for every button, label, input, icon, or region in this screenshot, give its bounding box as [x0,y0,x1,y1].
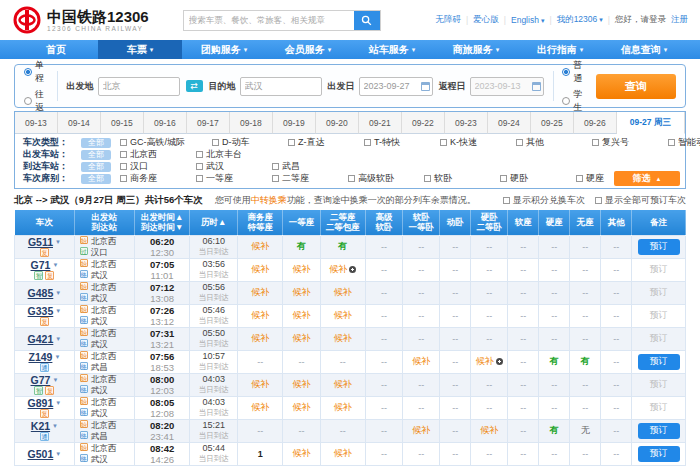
column-header-5[interactable]: 商务座特等座 [237,210,282,235]
transfer-link[interactable]: 中转换乘 [251,195,287,205]
filter-checkbox[interactable]: 其他 [516,136,592,149]
seat-cell[interactable]: 候补 [283,258,320,281]
date-tab-09-17[interactable]: 09-17 [187,112,230,134]
date-tab-09-14[interactable]: 09-14 [58,112,101,134]
date-tab-09-26[interactable]: 09-26 [574,112,617,134]
expand-row-icon[interactable]: ▼ [55,239,61,245]
filter-checkbox[interactable]: 商务座 [120,172,196,185]
column-header-13[interactable]: 硬座 [539,210,570,235]
calendar-icon[interactable] [421,82,430,91]
date-tab-09-16[interactable]: 09-16 [144,112,187,134]
column-header-9[interactable]: 软卧一等卧 [403,210,440,235]
seat-cell[interactable]: 候补 [320,442,365,465]
filter-all-pill[interactable]: 全部 [81,162,111,172]
trip-type-option-2[interactable]: 往返 [24,88,48,114]
nav-item-4[interactable]: 会员服务▾ [266,40,350,59]
register-link[interactable]: 注册 [671,14,688,26]
column-header-8[interactable]: 高级软卧 [365,210,402,235]
top-link-2[interactable]: 爱心版 [473,14,499,26]
column-header-7[interactable]: 二等座二等包座 [320,210,365,235]
seat-cell[interactable]: 候补 [320,327,365,350]
seat-cell[interactable]: 候补 [320,258,365,281]
expand-row-icon[interactable]: ▼ [52,423,58,429]
expand-row-icon[interactable]: ▼ [52,377,58,383]
query-submit-button[interactable]: 查询 [596,74,676,99]
seat-cell[interactable]: 候补 [283,396,320,419]
train-number-link[interactable]: Z149 [28,351,52,363]
site-logo[interactable]: 中国铁路12306 12306 CHINA RAILWAY [12,5,149,35]
search-button[interactable] [354,11,380,30]
seat-cell[interactable]: 候补 [320,396,365,419]
expand-row-icon[interactable]: ▼ [55,451,61,457]
seat-cell[interactable]: 候补 [283,442,320,465]
seat-cell[interactable]: 候补 [237,327,282,350]
seat-cell[interactable]: 候补 [471,350,508,373]
filter-checkbox[interactable]: 一等座 [196,172,272,185]
expand-row-icon[interactable]: ▼ [52,262,58,268]
nav-item-6[interactable]: 商旅服务▾ [434,40,518,59]
book-button[interactable]: 预订 [638,239,680,255]
expand-row-icon[interactable]: ▼ [55,290,61,296]
filter-checkbox[interactable]: 高级软卧 [348,172,424,185]
filter-checkbox[interactable]: K-快速 [440,136,516,149]
train-number-link[interactable]: G71 [31,259,51,271]
seat-cell[interactable]: 候补 [283,281,320,304]
seat-cell[interactable]: 候补 [237,281,282,304]
filter-button[interactable]: 筛选 ▲ [614,171,680,186]
date-tab-09-21[interactable]: 09-21 [359,112,402,134]
train-number-link[interactable]: G77 [31,374,51,386]
seat-cell[interactable]: 候补 [320,373,365,396]
column-header-16[interactable]: 备注 [632,210,686,235]
expand-row-icon[interactable]: ▼ [54,354,60,360]
column-header-11[interactable]: 硬卧二等卧 [471,210,508,235]
train-number-link[interactable]: K21 [31,420,50,432]
expand-row-icon[interactable]: ▼ [55,308,61,314]
passenger-type-option-2[interactable]: 学生 [562,88,586,114]
date-tab-09-22[interactable]: 09-22 [402,112,445,134]
date-tab-09-20[interactable]: 09-20 [316,112,359,134]
date-tab-09-23[interactable]: 09-23 [445,112,488,134]
swap-stations-icon[interactable]: ⇄ [186,80,203,92]
column-header-6[interactable]: 一等座 [283,210,320,235]
expand-row-icon[interactable]: ▼ [55,336,61,342]
filter-checkbox[interactable]: 硬卧 [500,172,576,185]
column-header-10[interactable]: 动卧 [440,210,471,235]
top-link-1[interactable]: 无障碍 [436,14,462,26]
column-header-1[interactable]: 车次 [15,210,75,235]
nav-item-8[interactable]: 信息查询▾ [602,40,686,59]
train-number-link[interactable]: G511 [28,236,53,248]
nav-item-2[interactable]: 车票▾ [98,40,182,59]
top-link-4[interactable]: 我的12306▾ [557,14,603,26]
date-tab-09-13[interactable]: 09-13 [15,112,58,134]
nav-item-3[interactable]: 团购服务▾ [182,40,266,59]
seat-cell[interactable]: 候补 [237,304,282,327]
column-header-4[interactable]: 历时▲ [190,210,237,235]
seat-cell[interactable]: 候补 [403,350,440,373]
search-input[interactable] [184,11,354,30]
seat-cell[interactable]: 候补 [283,373,320,396]
from-station-input[interactable] [98,77,180,96]
book-button[interactable]: 预订 [638,423,680,439]
filter-checkbox[interactable]: 智能动车组 [668,136,700,149]
seat-cell[interactable]: 候补 [320,304,365,327]
date-tab-09-19[interactable]: 09-19 [273,112,316,134]
filter-checkbox[interactable]: Z-直达 [288,136,364,149]
seat-cell[interactable]: 候补 [237,396,282,419]
train-number-link[interactable]: G501 [28,448,54,460]
date-tab-09-24[interactable]: 09-24 [488,112,531,134]
date-tab-09-15[interactable]: 09-15 [101,112,144,134]
train-number-link[interactable]: G335 [28,305,54,317]
filter-all-pill[interactable]: 全部 [81,174,111,184]
date-tab-active[interactable]: 09-27 周三 [617,112,685,134]
seat-cell[interactable]: 候补 [283,327,320,350]
train-number-link[interactable]: G421 [28,333,54,345]
seat-cell[interactable]: 候补 [283,304,320,327]
train-number-link[interactable]: G891 [28,397,54,409]
column-header-14[interactable]: 无座 [570,210,601,235]
top-link-3[interactable]: English▾ [511,15,544,25]
date-tab-09-25[interactable]: 09-25 [531,112,574,134]
nav-item-5[interactable]: 站车服务▾ [350,40,434,59]
filter-checkbox[interactable]: 二等座 [272,172,348,185]
train-number-link[interactable]: G485 [28,287,54,299]
filter-checkbox[interactable]: 复兴号 [592,136,668,149]
